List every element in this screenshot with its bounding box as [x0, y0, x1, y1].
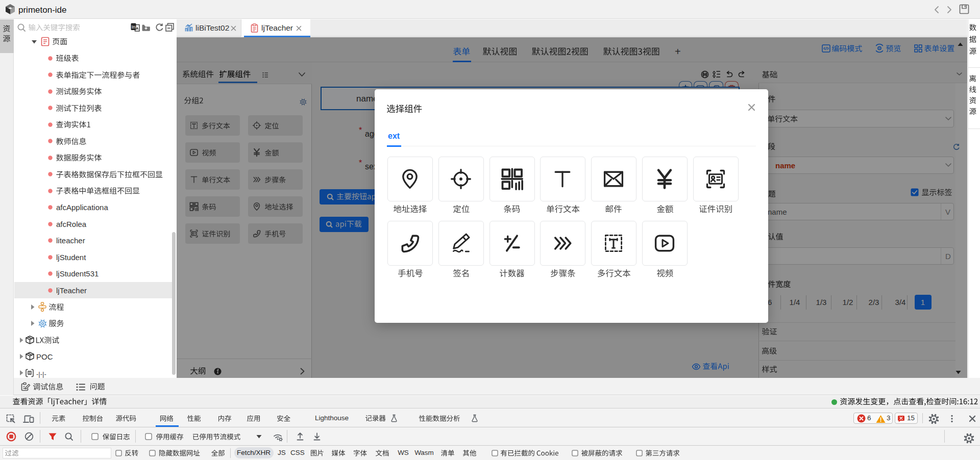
svg-text:In: In [132, 24, 136, 30]
